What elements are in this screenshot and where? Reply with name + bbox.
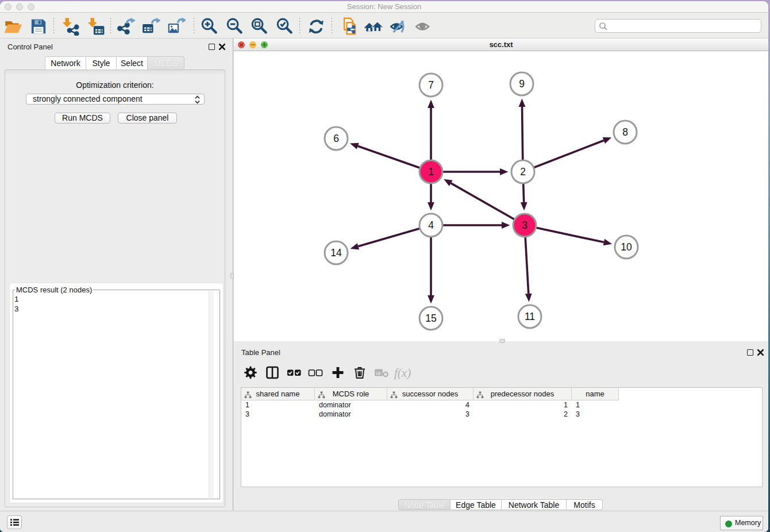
- node-table: shared name MCDS role successor nodes pr…: [241, 387, 763, 487]
- column-header-name[interactable]: name: [572, 388, 619, 400]
- graph-node-2[interactable]: 2: [511, 160, 534, 183]
- graph-node-15[interactable]: 15: [419, 307, 442, 330]
- table-cell[interactable]: dominator: [315, 400, 387, 410]
- table-tab-network-table[interactable]: Network Table: [502, 499, 567, 510]
- import-network-icon[interactable]: [61, 17, 79, 35]
- dropdown-spinner-icon: [194, 95, 201, 106]
- refresh-icon[interactable]: [306, 17, 325, 35]
- table-row[interactable]: 3dominator323: [241, 410, 619, 419]
- edge-arrow-2-9: [519, 98, 526, 107]
- edge-arrow-3-10: [603, 239, 612, 246]
- graph-node-9[interactable]: 9: [510, 72, 533, 95]
- search-box: [595, 19, 761, 33]
- mcds-result-text[interactable]: 1 3: [14, 295, 19, 314]
- float-panel-icon[interactable]: [209, 44, 215, 50]
- criterion-dropdown[interactable]: strongly connected component: [26, 94, 205, 105]
- open-session-icon[interactable]: [3, 17, 22, 35]
- node-label-10: 10: [621, 241, 632, 253]
- toolbar-separator: [332, 18, 332, 34]
- column-header-shared-name[interactable]: shared name: [241, 388, 315, 400]
- table-cell[interactable]: 1: [473, 400, 572, 410]
- toolbar-separator: [110, 18, 111, 34]
- graph-node-10[interactable]: 10: [615, 236, 638, 259]
- delete-table-icon: [374, 367, 389, 380]
- network-window: scc.txt 1234678910111415: [234, 38, 768, 341]
- edge-arrow-1-2: [500, 168, 509, 175]
- control-tab-network[interactable]: Network: [45, 56, 86, 70]
- zoom-fit-icon[interactable]: [249, 17, 268, 35]
- close-panel-button[interactable]: Close panel: [118, 113, 177, 124]
- table-cell[interactable]: 3: [241, 410, 315, 419]
- table-cell[interactable]: 3: [387, 410, 473, 419]
- toolbar-separator: [53, 18, 54, 34]
- save-session-icon[interactable]: [29, 17, 47, 35]
- control-tab-mcds[interactable]: MCDS: [148, 56, 184, 70]
- close-panel-icon[interactable]: [218, 43, 226, 51]
- app-title: Session: New Session: [0, 1, 768, 13]
- table-cell[interactable]: 3: [572, 410, 619, 419]
- duplicate-network-icon[interactable]: [340, 17, 358, 35]
- hide-eye-icon[interactable]: [388, 17, 407, 35]
- run-mcds-button[interactable]: Run MCDS: [55, 113, 110, 124]
- table-float-panel-icon[interactable]: [747, 349, 753, 356]
- table-cell[interactable]: dominator: [315, 410, 387, 419]
- control-tab-style[interactable]: Style: [86, 56, 117, 70]
- table-tab-motifs[interactable]: Motifs: [567, 499, 603, 510]
- edge-arrow-4-15: [428, 295, 434, 304]
- edge-3-1[interactable]: [451, 183, 525, 225]
- export-image-icon[interactable]: [167, 17, 185, 35]
- graph-node-8[interactable]: 8: [614, 121, 637, 144]
- graph-node-6[interactable]: 6: [325, 127, 348, 150]
- task-history-button[interactable]: [7, 515, 22, 529]
- table-tab-node-table[interactable]: Node Table: [398, 499, 451, 510]
- table-panel-title: Table Panel: [241, 348, 280, 357]
- memory-status-dot: [725, 521, 732, 527]
- table-cell[interactable]: 1: [572, 400, 619, 410]
- graph-node-3[interactable]: 3: [513, 214, 536, 237]
- result-scrollbar[interactable]: [209, 291, 214, 498]
- mcds-result-groupbox: MCDS result (2 nodes) 1 3: [13, 290, 220, 499]
- table-cell[interactable]: 2: [473, 410, 572, 419]
- select-all-icon[interactable]: [287, 366, 302, 381]
- mcds-result-panel: MCDS result (2 nodes) 1 3: [10, 283, 223, 503]
- control-panel-titlebar: Control Panel: [0, 38, 230, 56]
- control-tab-select[interactable]: Select: [117, 56, 148, 70]
- horizontal-splitter-grip[interactable]: [499, 339, 505, 343]
- edge-arrow-4-3: [502, 222, 510, 229]
- export-table-icon[interactable]: [141, 17, 160, 35]
- graph-node-11[interactable]: 11: [518, 305, 541, 328]
- network-canvas[interactable]: 1234678910111415: [234, 51, 768, 341]
- show-eye-icon[interactable]: [414, 17, 432, 35]
- graph-node-1[interactable]: 1: [419, 160, 442, 183]
- search-input[interactable]: [610, 20, 757, 32]
- table-row[interactable]: 1dominator411: [241, 400, 619, 410]
- graph-node-14[interactable]: 14: [325, 241, 348, 264]
- column-header-predecessor-nodes[interactable]: predecessor nodes: [473, 388, 572, 400]
- column-header-MCDS-role[interactable]: MCDS role: [315, 388, 387, 400]
- edge-arrow-1-6: [350, 143, 359, 149]
- function-icon: f(x): [393, 365, 416, 382]
- zoom-selected-icon[interactable]: [275, 17, 293, 35]
- table-cell[interactable]: 4: [387, 400, 473, 410]
- graph-node-4[interactable]: 4: [419, 214, 442, 237]
- zoom-in-icon[interactable]: [199, 17, 218, 35]
- add-row-icon[interactable]: [331, 366, 345, 381]
- optimization-criterion-label: Optimization criterion:: [5, 80, 225, 90]
- graph-node-7[interactable]: 7: [419, 74, 442, 97]
- table-tab-edge-table[interactable]: Edge Table: [451, 499, 502, 510]
- memory-button[interactable]: Memory: [720, 516, 763, 530]
- home-icon[interactable]: [364, 17, 382, 35]
- delete-row-icon[interactable]: [353, 366, 367, 381]
- search-icon: [599, 22, 608, 31]
- import-table-icon[interactable]: [86, 17, 105, 35]
- edge-2-8[interactable]: [523, 140, 604, 172]
- column-header-successor-nodes[interactable]: successor nodes: [387, 388, 473, 400]
- export-network-icon[interactable]: [117, 17, 135, 35]
- zoom-out-icon[interactable]: [225, 17, 243, 35]
- table-close-panel-icon[interactable]: [757, 349, 764, 356]
- node-label-8: 8: [622, 126, 628, 138]
- deselect-all-icon[interactable]: [308, 366, 323, 381]
- table-cell[interactable]: 1: [241, 400, 315, 410]
- gear-icon[interactable]: [244, 366, 257, 381]
- columns-icon[interactable]: [265, 366, 279, 381]
